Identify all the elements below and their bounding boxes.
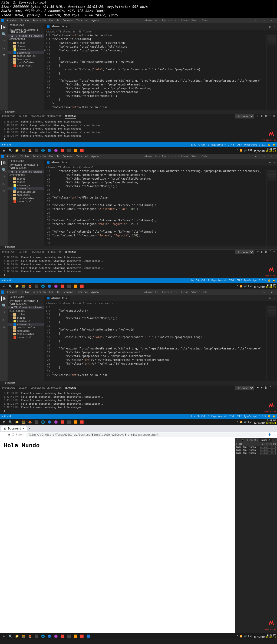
language-indicator[interactable]: ESP (248, 149, 252, 152)
code-content[interactable]: "kw">class="cmt">//Inicio de la clase "k… (52, 34, 266, 110)
taskbar-app-icon[interactable]: 📁 (14, 148, 20, 153)
close-panel-icon[interactable]: × (273, 114, 275, 118)
taskbar-app-icon[interactable]: ⬛ (34, 284, 39, 289)
cursor-position[interactable]: Lin. 29, Col. 8 (190, 279, 209, 282)
taskbar-app-icon[interactable]: 📁 (14, 634, 20, 639)
taskbar-app-icon[interactable]: ⬛ (34, 148, 39, 153)
split-terminal-icon[interactable]: ⊞ (261, 386, 262, 390)
code-editor[interactable]: 6 7 8 9 10 11 12 13 14 15 16 17 18 19 20… (44, 305, 277, 381)
more-icon[interactable]: ⋯ (272, 297, 277, 300)
encoding-status[interactable]: UTF-8 (228, 279, 234, 282)
taskbar-app-icon[interactable]: 🟣 (53, 634, 59, 639)
source-link[interactable]: alumno.js:10 (260, 446, 276, 448)
taskbar-app-icon[interactable]: ⊞ (1, 148, 7, 153)
taskbar-app-icon[interactable]: 🦊 (27, 148, 33, 153)
new-terminal-icon[interactable]: + (257, 114, 259, 118)
status-errors[interactable]: ⊗ 0 ⚠ 0 (2, 144, 11, 146)
taskbar-app-icon[interactable]: ⊞ (1, 284, 7, 289)
menu-item[interactable]: Terminal (75, 291, 90, 293)
tab-elements[interactable]: Elements (246, 438, 259, 442)
taskbar-app-icon[interactable]: 🟥 (79, 420, 85, 424)
open-editors-section[interactable]: EDITORES ABIERTOS 1 SIN GUARDAR (8, 299, 44, 306)
indent-status[interactable]: Espacios: 4 (211, 415, 226, 418)
ts-version[interactable]: 3.6.3 (259, 144, 266, 146)
close-icon[interactable]: ✕ (268, 155, 276, 158)
volume-icon[interactable]: 🔊 (244, 285, 247, 288)
taskbar-app-icon[interactable]: 🟧 (72, 284, 78, 289)
file-item[interactable]: alumno.js (8, 319, 44, 323)
more-icon[interactable]: ⋯ (272, 161, 277, 164)
taskbar-app-icon[interactable]: ⬛ (66, 284, 72, 289)
language-indicator[interactable]: ESP (248, 421, 252, 423)
editor-tab[interactable]: alumno.ts ● (44, 24, 70, 29)
menu-item[interactable]: Editar (19, 19, 31, 22)
source-link[interactable]: alumno.js:10 (260, 449, 276, 451)
menu-item[interactable]: Archivo (5, 155, 19, 158)
new-terminal-icon[interactable]: + (257, 386, 259, 390)
maximize-icon[interactable]: ☐ (260, 19, 268, 22)
debug-icon[interactable]: ▷ (2, 318, 6, 322)
taskbar-app-icon[interactable]: 🔍 (8, 634, 14, 639)
taskbar-app-icon[interactable]: 🧮 (21, 148, 27, 153)
open-editors-section[interactable]: EDITORES ABIERTOS 1 SIN GUARDAR (8, 28, 44, 34)
split-terminal-icon[interactable]: ⊞ (261, 114, 262, 118)
menu-item[interactable]: Selección (31, 291, 47, 293)
project-section[interactable]: EJERCICIOS (8, 38, 44, 41)
language-indicator[interactable]: ESP (248, 635, 252, 638)
terminal-output[interactable]: [6:48:07 PM] Found 0 errors. Watching fo… (0, 255, 277, 278)
explorer-icon[interactable]: 🗎 (1, 25, 6, 29)
menu-item[interactable]: Ayuda (90, 291, 100, 293)
bell-icon[interactable]: 🔔 (273, 279, 275, 282)
editor-tab[interactable]: alumno.ts ● (44, 296, 70, 300)
file-item[interactable]: alumno.js (8, 184, 44, 187)
outline-section[interactable]: ESQUEMA (0, 246, 277, 249)
breadcrumb[interactable]: clases›TS alumno.ts›🏛 Alumno›⊙ construct… (44, 301, 277, 305)
ts-version[interactable]: 3.6.3 (259, 415, 266, 418)
feedback-icon[interactable]: 😊 (268, 144, 271, 146)
taskbar-app-icon[interactable]: 🟥 (60, 284, 65, 289)
debug-icon[interactable]: ▷ (2, 182, 6, 186)
terminal-selector[interactable]: 1: node (235, 386, 254, 390)
taskbar-app-icon[interactable]: ⬛ (66, 148, 72, 153)
split-icon[interactable]: ⊞ (267, 161, 272, 164)
panel-tab[interactable]: SALIDA (19, 250, 28, 254)
eye-icon[interactable]: ◉ (262, 443, 263, 445)
folder-item[interactable]: condicionales (8, 190, 44, 193)
folder-item[interactable]: clases (8, 316, 44, 319)
folder-item[interactable]: funciones (8, 58, 44, 61)
taskbar-app-icon[interactable]: ⊞ (1, 420, 7, 424)
inspect-icon[interactable]: ⬚ (235, 438, 240, 442)
folder-item[interactable]: funciones (8, 329, 44, 332)
clock-date[interactable]: 12/6/201900:01:26 (254, 286, 276, 289)
folder-item[interactable]: tiposDeDatos (8, 197, 44, 200)
project-section[interactable]: EJERCICIOS (8, 309, 44, 313)
split-icon[interactable]: ⊞ (267, 25, 272, 28)
encoding-status[interactable]: UTF-8 (228, 144, 234, 146)
chevron-up-icon[interactable]: ^ (269, 114, 271, 118)
explorer-icon[interactable]: 🗎 (1, 161, 6, 165)
menu-icon[interactable]: ⋮ (273, 433, 275, 436)
menu-item[interactable]: Ir (55, 291, 61, 293)
menu-item[interactable]: Ir (55, 155, 61, 158)
git-icon[interactable]: ⑂ (2, 311, 6, 315)
git-icon[interactable]: ⑂ (2, 175, 6, 179)
tray-chevron-icon[interactable]: ^ (237, 421, 238, 423)
url-input[interactable]: file:///C:/Users/Tomas%20Garay/Desktop/E… (26, 432, 266, 437)
code-content[interactable]: "kw">constructor() { "kw">this."fn">most… (52, 305, 266, 381)
search-icon[interactable]: 🔍 (2, 32, 6, 36)
panel-tab[interactable]: SALIDA (19, 386, 28, 390)
reload-icon[interactable]: ⟳ (8, 433, 10, 436)
panel-tab[interactable]: SALIDA (19, 114, 28, 118)
tray-chevron-icon[interactable]: ^ (237, 285, 238, 288)
browser-tab[interactable]: 🗎 Document × (1, 426, 27, 431)
taskbar-app-icon[interactable]: ⊞ (1, 634, 7, 639)
breadcrumb[interactable]: clases›TS alumno.ts›{} alumno3 (44, 166, 277, 169)
menu-item[interactable]: Editar (19, 155, 31, 158)
close-icon[interactable]: ✕ (268, 19, 276, 22)
taskbar-app-icon[interactable]: 🦊 (27, 420, 33, 424)
taskbar-app-icon[interactable]: 🧮 (21, 420, 27, 424)
cursor-position[interactable]: Lin. 7, Col. 5 (191, 144, 209, 146)
taskbar-app-icon[interactable]: 🧮 (21, 284, 27, 289)
file-item[interactable]: alumno.ts (8, 51, 44, 54)
taskbar-app-icon[interactable]: 🟣 (53, 284, 59, 289)
